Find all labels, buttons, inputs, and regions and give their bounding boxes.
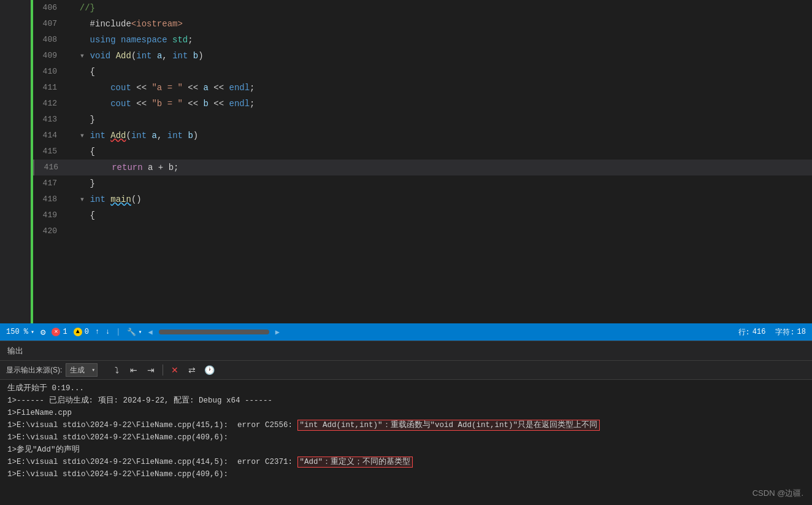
output-line-4: 1>E:\visual stdio\2024-9-22\FileName.cpp… (7, 419, 805, 431)
code-line-416: 416 return a + b; (33, 160, 812, 175)
code-container: 406 //} 407 #include<iostream> 408 using… (0, 0, 812, 323)
separator3: ▶ (275, 328, 280, 337)
align-button-1[interactable]: ⇤ (127, 363, 140, 377)
output-header: 输出 (0, 341, 812, 361)
line-number: 407 (33, 16, 67, 32)
output-line-3: 1>FileName.cpp (7, 407, 805, 419)
code-line-406: 406 //} (33, 0, 812, 16)
scroll-to-end-button[interactable]: ⤵ (110, 363, 123, 377)
col-value: 18 (797, 328, 806, 336)
line-content: //} (67, 0, 812, 16)
status-icon-1: ⚙ (40, 327, 45, 337)
warning-triangle-icon: ▲ (74, 328, 82, 336)
separator2: ◀ (148, 328, 153, 337)
zoom-dropdown-icon[interactable]: ▾ (31, 328, 34, 336)
row-info: 行: 416 (738, 327, 766, 337)
code-line-414: 414 ▾ int Add(int a, int b) (33, 128, 812, 144)
warning-count[interactable]: ▲ 0 (74, 328, 89, 336)
error-value: 1 (63, 328, 67, 336)
line-number: 413 (33, 112, 67, 128)
error-message-1: "int Add(int,int)"：重载函数与"void Add(int,in… (297, 420, 600, 431)
arrow-down-icon: ↓ (105, 328, 110, 336)
tool-dropdown-icon: ▾ (139, 328, 142, 336)
line-content: } (67, 175, 812, 191)
output-toolbar: 显示输出来源(S): 生成 ⤵ ⇤ ⇥ ✕ ⇄ 🕐 (0, 361, 812, 380)
line-number: 414 (33, 128, 67, 144)
col-label: 字符: (775, 327, 794, 337)
line-number: 408 (33, 32, 67, 48)
output-line-5: 1>E:\visual stdio\2024-9-22\FileName.cpp… (7, 431, 805, 444)
clear-button[interactable]: ✕ (168, 363, 182, 377)
status-right: 行: 416 字符: 18 (738, 327, 806, 337)
line-content: cout << "b = " << b << endl; (67, 96, 812, 112)
line-number: 409 (33, 48, 67, 64)
copy-button[interactable]: ⇄ (185, 363, 199, 377)
line-content: { (67, 207, 812, 223)
source-select[interactable]: 生成 (66, 363, 98, 377)
code-line-419: 419 { (33, 207, 812, 223)
code-lines[interactable]: 406 //} 407 #include<iostream> 408 using… (33, 0, 812, 323)
code-line-411: 411 cout << "a = " << a << endl; (33, 80, 812, 96)
source-label: 显示输出来源(S): (6, 365, 62, 376)
navigate-down[interactable]: ↓ (105, 328, 110, 336)
code-line-415: 415 { (33, 144, 812, 160)
line-content: } (67, 112, 812, 128)
col-info: 字符: 18 (775, 327, 806, 337)
warning-value: 0 (85, 328, 89, 336)
line-content: using namespace std; (67, 32, 812, 48)
output-line-2: 1>------ 已启动生成: 项目: 2024-9-22, 配置: Debug… (7, 395, 805, 407)
code-line-409: 409 ▾ void Add(int a, int b) (33, 48, 812, 64)
line-content: ▾ int Add(int a, int b) (67, 128, 812, 144)
navigate-up[interactable]: ↑ (95, 328, 99, 336)
arrow-up-icon: ↑ (95, 328, 99, 336)
code-line-420: 420 (33, 223, 812, 239)
line-number: 420 (33, 223, 67, 239)
line-content: ▾ int main() (67, 191, 812, 207)
source-select-wrapper[interactable]: 生成 (66, 363, 98, 377)
output-content[interactable]: 生成开始于 0:19... 1>------ 已启动生成: 项目: 2024-9… (0, 380, 812, 505)
line-number: 417 (33, 175, 67, 191)
code-line-407: 407 #include<iostream> (33, 16, 812, 32)
align-button-2[interactable]: ⇥ (144, 363, 158, 377)
row-label: 行: (738, 327, 750, 337)
line-number: 411 (33, 80, 67, 96)
separator: | (116, 328, 120, 336)
code-line-418: 418 ▾ int main() (33, 191, 812, 207)
output-line-7: 1>E:\visual stdio\2024-9-22\FileName.cpp… (7, 456, 805, 468)
tool-icon[interactable]: 🔧 ▾ (127, 328, 142, 337)
error-circle-icon: ✕ (52, 328, 60, 336)
line-content (67, 223, 812, 239)
output-line-1: 生成开始于 0:19... (7, 382, 805, 395)
zoom-level[interactable]: 150 % ▾ (6, 328, 34, 336)
code-line-412: 412 cout << "b = " << b << endl; (33, 96, 812, 112)
horizontal-scrollbar[interactable] (159, 330, 269, 334)
output-line-6: 1>参见"Add"的声明 (7, 444, 805, 456)
left-sidebar (0, 0, 31, 323)
line-number: 416 (34, 160, 68, 175)
line-content: #include<iostream> (67, 16, 812, 32)
code-line-413: 413 } (33, 112, 812, 128)
line-number: 419 (33, 207, 67, 223)
error-message-2: "Add"：重定义；不同的基类型 (297, 457, 413, 468)
line-number: 418 (33, 191, 67, 207)
output-panel-title: 输出 (7, 345, 23, 357)
row-value: 416 (753, 328, 766, 336)
zoom-value: 150 % (6, 328, 28, 336)
line-number: 410 (33, 64, 67, 80)
line-content: return a + b; (68, 160, 812, 175)
output-panel: 输出 显示输出来源(S): 生成 ⤵ ⇤ ⇥ ✕ ⇄ 🕐 生成开始于 0:19.… (0, 341, 812, 505)
code-line-417: 417 } (33, 175, 812, 191)
editor-area: 406 //} 407 #include<iostream> 408 using… (0, 0, 812, 341)
code-line-408: 408 using namespace std; (33, 32, 812, 48)
code-line-410: 410 { (33, 64, 812, 80)
line-content: ▾ void Add(int a, int b) (67, 48, 812, 64)
line-content: { (67, 64, 812, 80)
line-number: 412 (33, 96, 67, 112)
line-content: { (67, 144, 812, 160)
output-line-8: 1>E:\visual stdio\2024-9-22\FileName.cpp… (7, 468, 805, 480)
line-number: 406 (33, 0, 67, 16)
time-button[interactable]: 🕐 (202, 363, 216, 377)
toolbar-divider (163, 364, 163, 376)
error-count[interactable]: ✕ 1 (52, 328, 67, 336)
status-bar: 150 % ▾ ⚙ ✕ 1 ▲ 0 ↑ ↓ | 🔧 ▾ ◀ ▶ 行: 416 (0, 323, 812, 341)
